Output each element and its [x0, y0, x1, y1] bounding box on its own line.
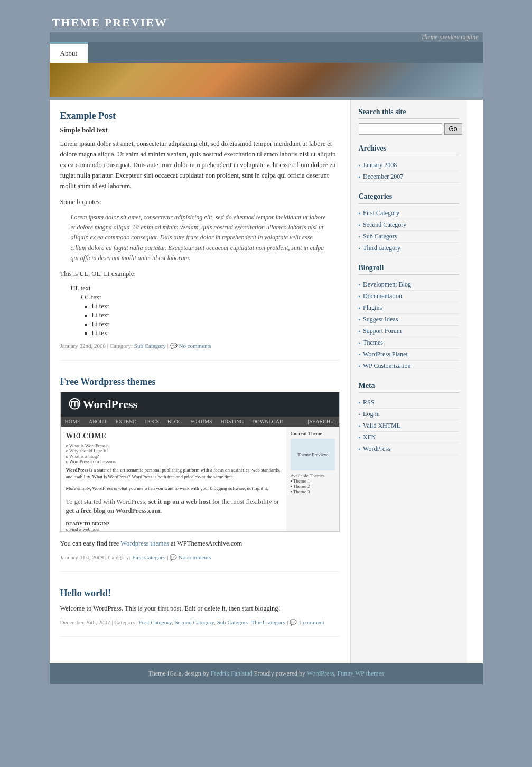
post-category-hello-3[interactable]: Third category — [251, 619, 285, 625]
meta-heading: Meta — [359, 382, 459, 393]
sidebar: Search this site Go Archives January 200… — [351, 100, 467, 663]
archives-heading: Archives — [359, 144, 459, 155]
post-title-hello: Hello world! — [60, 588, 340, 599]
post-blockquote-example: Lorem ipsum dolor sit amet, consectetur … — [71, 212, 329, 263]
blogroll-item-5[interactable]: Themes — [359, 337, 459, 349]
archives-list: January 2008 December 2007 — [359, 160, 459, 183]
wordpress-themes-link[interactable]: Wordpress themes — [120, 540, 169, 547]
li-item-0: Li text — [92, 302, 340, 310]
category-link-2[interactable]: Sub Category — [363, 233, 398, 241]
archive-link-1[interactable]: December 2007 — [363, 173, 403, 181]
category-link-1[interactable]: Second Category — [363, 221, 406, 229]
footer-wordpress-link[interactable]: WordPress — [307, 670, 334, 677]
banner — [50, 63, 483, 97]
meta-item-2[interactable]: Valid XHTML — [359, 420, 459, 432]
blogroll-item-4[interactable]: Support Forum — [359, 326, 459, 337]
blogroll-list: Development Blog Documentation Plugins S… — [359, 279, 459, 372]
wp-extra-text: More simply, WordPress is what you use w… — [66, 485, 281, 492]
tagline: Theme preview tagline — [421, 33, 479, 41]
post-hello-world: Hello world! Welcome to WordPress. This … — [60, 588, 340, 637]
archive-item-0[interactable]: January 2008 — [359, 160, 459, 171]
search-heading: Search this site — [359, 108, 459, 119]
wp-nav-extend[interactable]: EXTEND — [111, 417, 141, 427]
sidebar-search-section: Search this site Go — [359, 108, 459, 135]
wp-screenshot: ⓜ WordPress HOME ABOUT EXTEND DOCS BLOG … — [60, 392, 340, 532]
meta-link-3[interactable]: XFN — [363, 433, 376, 441]
ol-list: OL text — [81, 293, 340, 301]
post-date-themes: January 01st, 2008 — [60, 554, 104, 560]
post-comments-link-hello[interactable]: 1 comment — [298, 619, 324, 625]
post-date-hello: December 26th, 2007 — [60, 619, 110, 625]
search-input[interactable] — [359, 123, 442, 135]
archive-link-0[interactable]: January 2008 — [363, 161, 397, 169]
nav-item-about[interactable]: About — [50, 42, 88, 63]
blogroll-item-7[interactable]: WP Customization — [359, 361, 459, 372]
wp-sidebar-area: Current Theme Theme Preview Available Th… — [286, 427, 339, 531]
sidebar-categories-section: Categories First Category Second Categor… — [359, 192, 459, 254]
category-link-3[interactable]: Third category — [363, 244, 400, 252]
meta-link-1[interactable]: Log in — [363, 410, 380, 418]
archive-item-1[interactable]: December 2007 — [359, 171, 459, 183]
nav-link-about[interactable]: About — [50, 42, 88, 63]
category-link-0[interactable]: First Category — [363, 209, 399, 217]
wp-nav-hosting[interactable]: HOSTING — [216, 417, 248, 427]
meta-item-4[interactable]: WordPress — [359, 443, 459, 455]
meta-item-1[interactable]: Log in — [359, 409, 459, 420]
site-title: THEME PREVIEW — [50, 11, 483, 32]
wp-nav-about[interactable]: ABOUT — [85, 417, 111, 427]
blogroll-link-4[interactable]: Support Forum — [363, 327, 402, 335]
wp-nav-home[interactable]: HOME — [61, 417, 85, 427]
wp-setup-section: To get started with WordPress, set it up… — [66, 497, 281, 531]
blogroll-link-0[interactable]: Development Blog — [363, 281, 411, 289]
blogroll-link-5[interactable]: Themes — [363, 339, 383, 347]
footer-funny-wp-link[interactable]: Funny WP themes — [338, 670, 384, 677]
category-item-0[interactable]: First Category — [359, 208, 459, 219]
blogroll-item-6[interactable]: WordPress Planet — [359, 349, 459, 361]
wp-nav-docs[interactable]: DOCS — [141, 417, 163, 427]
category-item-3[interactable]: Third category — [359, 243, 459, 254]
blogroll-item-3[interactable]: Suggest Ideas — [359, 314, 459, 326]
meta-item-0[interactable]: RSS — [359, 397, 459, 409]
wp-new-to: o What is WordPress? o Why should I use … — [66, 443, 281, 464]
post-category-link-example[interactable]: Sub Category — [134, 343, 166, 349]
categories-heading: Categories — [359, 192, 459, 204]
footer-designer-link[interactable]: Fredrik Fahlstad — [211, 670, 253, 677]
post-comments-link-example[interactable]: No comments — [179, 343, 211, 349]
post-meta-example: January 02nd, 2008 | Category: Sub Categ… — [60, 343, 340, 349]
wp-themes-list: Available Themes ▪ Theme 1 ▪ Theme 2 ▪ T… — [291, 473, 335, 494]
post-meta-themes: January 01st, 2008 | Category: First Cat… — [60, 554, 340, 561]
blogroll-item-2[interactable]: Plugins — [359, 302, 459, 314]
blogroll-item-0[interactable]: Development Blog — [359, 279, 459, 291]
post-comments-link-themes[interactable]: No comments — [179, 554, 211, 560]
category-item-1[interactable]: Second Category — [359, 219, 459, 231]
category-label-themes: Category: — [108, 554, 130, 560]
li-item-1: Li text — [92, 311, 340, 319]
some-b-quotes-label: Some b-quotes: — [60, 197, 340, 207]
wp-nav-blog[interactable]: BLOG — [163, 417, 186, 427]
category-item-2[interactable]: Sub Category — [359, 231, 459, 243]
blogroll-link-7[interactable]: WP Customization — [363, 362, 411, 370]
blogroll-link-6[interactable]: WordPress Planet — [363, 350, 408, 358]
post-category-hello-2[interactable]: Sub Category — [217, 619, 248, 625]
meta-link-0[interactable]: RSS — [363, 399, 374, 406]
blogroll-link-1[interactable]: Documentation — [363, 292, 402, 300]
blogroll-link-2[interactable]: Plugins — [363, 304, 382, 312]
nav-list: About — [50, 42, 483, 63]
meta-item-3[interactable]: XFN — [359, 432, 459, 443]
wp-ready: READY TO BEGIN? o Find a web host o Down… — [66, 521, 281, 531]
blogroll-item-1[interactable]: Documentation — [359, 291, 459, 302]
wp-nav-forums[interactable]: FORUMS — [186, 417, 216, 427]
categories-list: First Category Second Category Sub Categ… — [359, 208, 459, 254]
blogroll-link-3[interactable]: Suggest Ideas — [363, 316, 398, 324]
post-category-link-themes[interactable]: First Category — [132, 554, 165, 560]
post-category-hello-0[interactable]: First Category — [138, 619, 172, 625]
wp-theme-preview-text: Theme Preview — [297, 452, 328, 457]
post-body-themes: You can easy find free Wordpress themes … — [60, 538, 340, 549]
ul-ol-example: UL text OL text Li text Li text Li text … — [71, 284, 340, 337]
nav-bar: About — [50, 42, 483, 63]
wp-nav-download[interactable]: DOWNLOAD — [248, 417, 287, 427]
search-button[interactable]: Go — [444, 123, 462, 135]
meta-link-4[interactable]: WordPress — [363, 445, 390, 453]
post-category-hello-1[interactable]: Second Category — [174, 619, 214, 625]
meta-link-2[interactable]: Valid XHTML — [363, 422, 400, 430]
